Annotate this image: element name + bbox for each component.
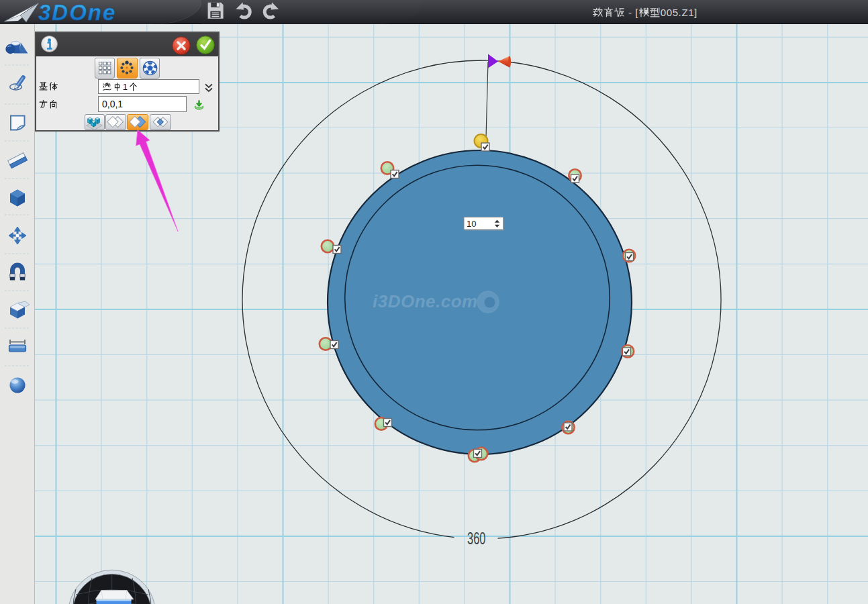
svg-text:360: 360 bbox=[467, 527, 485, 548]
svg-text:3DOne: 3DOne bbox=[38, 1, 116, 23]
svg-text:10: 10 bbox=[467, 219, 476, 229]
svg-text:i3DOne.com: i3DOne.com bbox=[373, 291, 478, 311]
